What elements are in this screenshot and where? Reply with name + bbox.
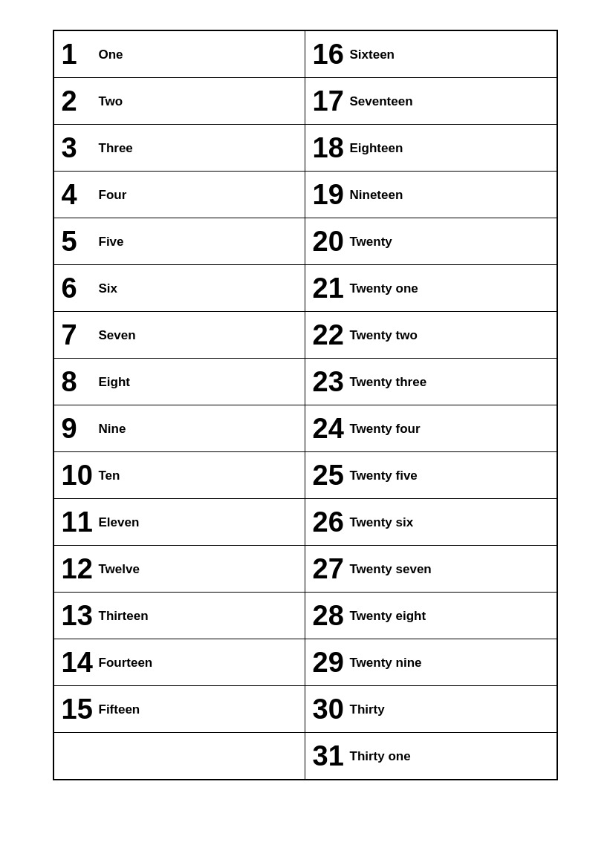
word: Sixteen	[350, 46, 395, 62]
left-cell: 13Thirteen	[54, 593, 305, 639]
number: 11	[62, 508, 99, 536]
number: 21	[313, 274, 350, 302]
table-row: 2Two17Seventeen	[54, 78, 557, 125]
number: 30	[313, 695, 350, 723]
right-cell: 29Twenty nine	[305, 639, 557, 685]
table-row: 31Thirty one	[54, 733, 557, 779]
left-cell: 15Fifteen	[54, 686, 305, 732]
left-cell: 2Two	[54, 78, 305, 124]
right-cell: 20Twenty	[305, 218, 557, 264]
number: 9	[62, 414, 99, 443]
numbers-table: 1One16Sixteen2Two17Seventeen3Three18Eigh…	[53, 30, 558, 780]
table-row: 10Ten25Twenty five	[54, 452, 557, 499]
table-row: 12Twelve27Twenty seven	[54, 546, 557, 593]
word: Eighteen	[350, 140, 403, 156]
word: Thirty	[350, 701, 385, 717]
word: Seven	[99, 327, 136, 343]
word: Twenty two	[350, 327, 418, 343]
word: Five	[99, 233, 124, 249]
number: 31	[313, 742, 350, 770]
word: Twenty five	[350, 467, 418, 483]
right-cell: 28Twenty eight	[305, 593, 557, 639]
left-cell: 3Three	[54, 125, 305, 171]
number: 15	[62, 695, 99, 723]
number: 14	[62, 648, 99, 676]
word: Four	[99, 186, 127, 203]
table-row: 8Eight23Twenty three	[54, 359, 557, 405]
right-cell: 24Twenty four	[305, 405, 557, 451]
table-row: 15Fifteen30Thirty	[54, 686, 557, 733]
number: 10	[62, 461, 99, 489]
left-cell: 5Five	[54, 218, 305, 264]
right-cell: 26Twenty six	[305, 499, 557, 545]
table-row: 1One16Sixteen	[54, 31, 557, 78]
table-row: 5Five20Twenty	[54, 218, 557, 265]
number: 17	[313, 87, 350, 115]
word: Seventeen	[350, 93, 413, 109]
word: Twenty four	[350, 420, 421, 437]
number: 19	[313, 180, 350, 209]
table-row: 4Four19Nineteen	[54, 172, 557, 218]
number: 26	[313, 508, 350, 536]
word: Twenty	[350, 233, 392, 249]
right-cell: 21Twenty one	[305, 265, 557, 311]
number: 25	[313, 461, 350, 489]
word: Twenty six	[350, 514, 414, 530]
right-cell: 19Nineteen	[305, 172, 557, 218]
table-row: 9Nine24Twenty four	[54, 405, 557, 452]
word: Thirty one	[350, 748, 411, 764]
number: 13	[62, 601, 99, 630]
table-row: 11Eleven26Twenty six	[54, 499, 557, 546]
right-cell: 27Twenty seven	[305, 546, 557, 592]
number: 18	[313, 134, 350, 162]
number: 20	[313, 227, 350, 255]
word: Twenty eight	[350, 607, 426, 624]
number: 6	[62, 274, 99, 302]
word: One	[99, 46, 123, 62]
number: 29	[313, 648, 350, 676]
word: Twenty seven	[350, 561, 432, 577]
word: Thirteen	[99, 607, 149, 624]
word: Twenty three	[350, 373, 427, 390]
left-cell: 6Six	[54, 265, 305, 311]
left-cell: 9Nine	[54, 405, 305, 451]
word: Ten	[99, 467, 120, 483]
word: Twenty nine	[350, 654, 422, 670]
number: 2	[62, 87, 99, 115]
number: 22	[313, 321, 350, 349]
table-row: 14Fourteen29Twenty nine	[54, 639, 557, 686]
left-cell: 8Eight	[54, 359, 305, 405]
right-cell: 25Twenty five	[305, 452, 557, 498]
table-row: 6Six21Twenty one	[54, 265, 557, 312]
right-cell: 23Twenty three	[305, 359, 557, 405]
left-cell: 4Four	[54, 172, 305, 218]
table-row: 3Three18Eighteen	[54, 125, 557, 172]
number: 1	[62, 40, 99, 68]
left-cell: 7Seven	[54, 312, 305, 358]
left-cell: 1One	[54, 31, 305, 77]
table-row: 7Seven22Twenty two	[54, 312, 557, 359]
word: Twenty one	[350, 280, 418, 296]
word: Fifteen	[99, 701, 140, 717]
left-cell: 14Fourteen	[54, 639, 305, 685]
number: 4	[62, 180, 99, 209]
right-cell: 17Seventeen	[305, 78, 557, 124]
right-cell: 31Thirty one	[305, 733, 557, 779]
table-row: 13Thirteen28Twenty eight	[54, 593, 557, 639]
number: 16	[313, 40, 350, 68]
right-cell: 18Eighteen	[305, 125, 557, 171]
word: Twelve	[99, 561, 140, 577]
word: Nine	[99, 420, 126, 437]
left-cell: 12Twelve	[54, 546, 305, 592]
number: 24	[313, 414, 350, 443]
right-cell: 22Twenty two	[305, 312, 557, 358]
number: 12	[62, 555, 99, 583]
empty-cell	[54, 733, 305, 779]
number: 27	[313, 555, 350, 583]
word: Fourteen	[99, 654, 153, 670]
right-cell: 16Sixteen	[305, 31, 557, 77]
word: Nineteen	[350, 186, 403, 203]
left-cell: 10Ten	[54, 452, 305, 498]
word: Eleven	[99, 514, 140, 530]
number: 5	[62, 227, 99, 255]
